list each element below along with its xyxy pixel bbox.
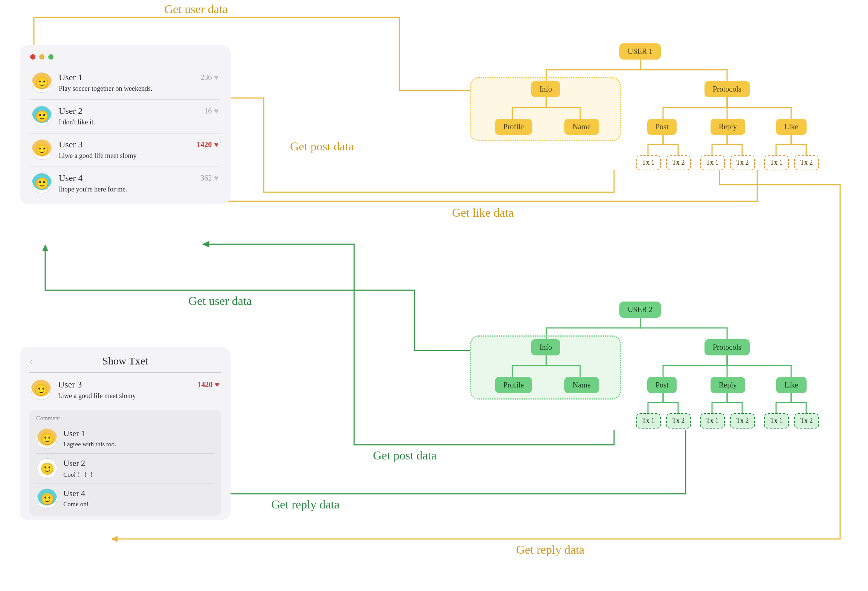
node-like: Like — [776, 119, 807, 135]
node-reply: Reply — [711, 119, 745, 135]
heart-icon: ♥ — [214, 174, 219, 182]
zoom-icon[interactable] — [48, 54, 53, 60]
svg-marker-3 — [111, 536, 118, 542]
detail-panel: ‹ Show Txet 🙂 User 3 1420 ♥ Liwe a good … — [20, 347, 231, 520]
heart-icon: ♥ — [214, 107, 219, 115]
back-icon[interactable]: ‹ — [29, 355, 33, 367]
comments: Comment 🙂 User 1 I agree with this too. … — [29, 410, 221, 516]
likes[interactable]: 1420 ♥ — [197, 140, 219, 149]
likes[interactable]: 1420 ♥ — [197, 380, 219, 389]
likes[interactable]: 16 ♥ — [204, 107, 219, 115]
node-name: Name — [564, 377, 599, 393]
close-icon[interactable] — [30, 54, 35, 60]
post-text: Liwe a good life meet slomy — [58, 392, 219, 400]
like-count: 1420 — [197, 380, 212, 389]
likes[interactable]: 362 ♥ — [200, 174, 219, 182]
post-text: I don't like it. — [59, 118, 219, 126]
node-profile: Profile — [495, 377, 532, 393]
node-root: USER 2 — [619, 302, 661, 318]
minimize-icon[interactable] — [39, 54, 44, 60]
tx-node: Tx 1 — [700, 413, 725, 429]
comment-item[interactable]: 🙂 User 2 Cool！！！ — [36, 454, 214, 484]
tx-node: Tx 2 — [730, 413, 755, 429]
post-user: User 3 — [59, 139, 83, 150]
post-user: User 3 — [58, 380, 82, 390]
node-post: Post — [647, 377, 677, 393]
detail-title: Show Txet — [41, 355, 209, 367]
tx-node: Tx 1 — [636, 413, 661, 429]
feed-panel: 🙂 User 1 236 ♥ Play soccer together on w… — [20, 45, 231, 204]
avatar: 🙂 — [37, 458, 57, 479]
tx-node: Tx 2 — [794, 413, 819, 429]
comment-user: User 4 — [63, 488, 213, 498]
flow-label-get-post-data: Get post data — [290, 139, 354, 153]
flow-label-get-reply-data: Get reply data — [271, 498, 339, 511]
heart-icon: ♥ — [214, 73, 219, 82]
node-protocols: Protocols — [704, 81, 750, 97]
node-protocols: Protocols — [704, 339, 750, 355]
comment-text: Cool！！！ — [63, 470, 213, 479]
avatar: 🙂 — [32, 173, 52, 193]
feed-post[interactable]: 🙂 User 1 236 ♥ Play soccer together on w… — [30, 66, 220, 100]
tx-node: Tx 2 — [794, 155, 819, 170]
tx-node: Tx 2 — [666, 155, 691, 170]
heart-icon: ♥ — [215, 380, 219, 389]
node-like: Like — [776, 377, 807, 393]
detail-post: 🙂 User 3 1420 ♥ Liwe a good life meet sl… — [29, 373, 221, 408]
avatar: 🙂 — [32, 139, 52, 160]
tx-node: Tx 1 — [700, 155, 725, 170]
feed-post[interactable]: 🙂 User 4 362 ♥ Ihope you're here for me. — [30, 167, 220, 200]
like-count: 362 — [200, 174, 212, 182]
like-count: 16 — [204, 107, 212, 115]
comment-text: Come on! — [63, 501, 213, 508]
tx-node: Tx 2 — [666, 413, 691, 429]
svg-marker-5 — [202, 241, 209, 247]
svg-marker-4 — [42, 244, 48, 251]
node-profile: Profile — [495, 119, 532, 135]
comment-user: User 1 — [63, 429, 213, 438]
tx-node: Tx 1 — [764, 413, 789, 429]
tx-node: Tx 1 — [764, 155, 789, 170]
avatar: 🙂 — [31, 380, 51, 400]
data-tree-user2: USER 2 Info Protocols Profile Name Post … — [467, 302, 844, 437]
tx-node: Tx 2 — [730, 155, 755, 170]
flow-label-get-user-data: Get user data — [164, 2, 228, 16]
node-reply: Reply — [711, 377, 745, 393]
post-user: User 2 — [59, 106, 83, 116]
avatar: 🙂 — [37, 429, 57, 449]
comment-item[interactable]: 🙂 User 1 I agree with this too. — [36, 424, 214, 454]
flow-label-get-post-data: Get post data — [373, 449, 437, 462]
feed-post[interactable]: 🙂 User 3 1420 ♥ Liwe a good life meet sl… — [30, 133, 220, 167]
node-info: Info — [531, 339, 560, 355]
window-controls — [30, 54, 220, 60]
likes[interactable]: 236 ♥ — [200, 73, 219, 82]
feed-post[interactable]: 🙂 User 2 16 ♥ I don't like it. — [30, 100, 220, 133]
post-text: Ihope you're here for me. — [59, 185, 219, 193]
post-text: Liwe a good life meet slomy — [59, 152, 219, 160]
flow-label-get-like-data: Get like data — [452, 206, 513, 220]
comments-label: Comment — [36, 415, 214, 422]
node-post: Post — [647, 119, 677, 135]
post-user: User 1 — [59, 72, 83, 83]
data-tree-user1: USER 1 Info Protocols Profile Name Post … — [467, 43, 844, 179]
node-info: Info — [531, 81, 560, 97]
heart-icon: ♥ — [214, 140, 219, 149]
avatar: 🙂 — [32, 72, 52, 93]
comment-text: I agree with this too. — [63, 441, 213, 448]
like-count: 236 — [200, 73, 212, 82]
avatar: 🙂 — [37, 488, 57, 509]
tx-node: Tx 1 — [636, 155, 661, 170]
like-count: 1420 — [197, 140, 212, 149]
flow-label-get-reply-data: Get reply data — [516, 543, 584, 557]
post-text: Play soccer together on weekends. — [59, 85, 219, 93]
post-user: User 4 — [59, 173, 83, 183]
node-root: USER 1 — [619, 43, 661, 60]
comment-item[interactable]: 🙂 User 4 Come on! — [36, 484, 214, 513]
comment-user: User 2 — [63, 458, 213, 468]
node-name: Name — [564, 119, 599, 135]
avatar: 🙂 — [32, 106, 52, 126]
flow-label-get-user-data: Get user data — [188, 294, 252, 308]
